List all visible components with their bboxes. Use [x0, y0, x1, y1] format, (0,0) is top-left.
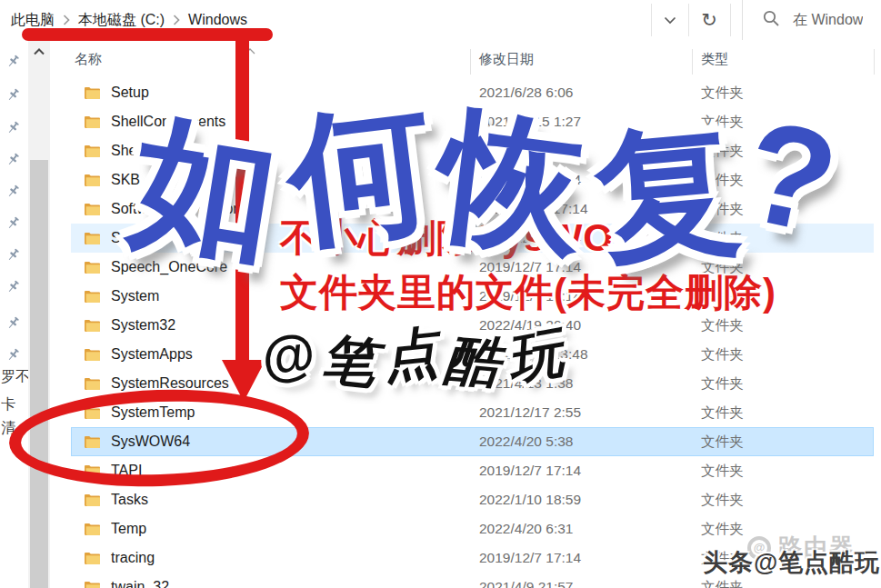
folder-icon [85, 319, 100, 335]
file-type: 文件夹 [701, 345, 744, 364]
folder-icon [85, 261, 100, 277]
pushpin-icon [6, 89, 20, 105]
file-name: twain_32 [111, 579, 169, 588]
folder-icon [85, 174, 100, 190]
column-divider[interactable] [470, 49, 471, 75]
file-name: System [111, 288, 159, 304]
pinned-sidebar-item[interactable] [6, 55, 25, 73]
file-type: 文件夹 [701, 404, 744, 423]
overlay-title-char: 何 [278, 72, 453, 275]
file-date-modified: 2022/4/20 5:38 [479, 434, 573, 450]
pinned-sidebar-item[interactable] [6, 348, 25, 366]
overlay-title-char: 玩 [501, 315, 575, 399]
breadcrumb-local-disk-c[interactable]: 本地磁盘 (C:) [78, 11, 165, 30]
pinned-sidebar-item[interactable] [6, 216, 25, 234]
address-dropdown-button[interactable] [653, 0, 687, 40]
overlay-title: 如何恢复? [136, 80, 845, 266]
file-date-modified: 2022/1/10 18:59 [479, 492, 581, 508]
pushpin-icon [6, 154, 20, 169]
pinned-sidebar-item[interactable] [6, 280, 25, 298]
pushpin-icon [6, 55, 20, 71]
toolbar-divider [651, 4, 652, 36]
column-divider[interactable] [692, 49, 693, 75]
scrollbar-thumb[interactable] [30, 160, 48, 588]
folder-icon [85, 290, 100, 306]
folder-icon [85, 203, 100, 219]
column-divider[interactable] [874, 49, 875, 75]
pinned-sidebar-item[interactable] [6, 121, 25, 139]
file-type: 文件夹 [701, 578, 744, 588]
overlay-title-char: @ [257, 321, 325, 392]
file-type: 文件夹 [701, 433, 744, 452]
pushpin-icon [6, 122, 20, 137]
file-name: SystemApps [111, 346, 193, 363]
toolbar-divider [730, 4, 731, 36]
file-date-modified: 2022/4/20 6:31 [479, 521, 573, 537]
pinned-sidebar-item[interactable] [6, 153, 25, 171]
overlay-title-char: 酷 [442, 323, 510, 402]
chevron-right-icon [173, 15, 180, 25]
scroll-up-button[interactable] [28, 40, 50, 62]
search-input[interactable]: 在 Window [793, 11, 863, 30]
folder-icon [85, 581, 100, 588]
refresh-icon: ↻ [701, 9, 717, 31]
overlay-title-char: 恢 [430, 80, 605, 284]
overlay-title-char: ? [728, 76, 862, 279]
overlay-title-char: 笔 [317, 323, 386, 403]
author-watermark: 头条@笔点酷玩 [703, 546, 880, 579]
file-type: 文件夹 [701, 316, 744, 335]
folder-icon [85, 552, 100, 568]
pinned-sidebar-item[interactable] [6, 316, 25, 334]
magnifier-icon [763, 10, 780, 31]
pinned-sidebar-item[interactable] [6, 248, 25, 266]
pinned-sidebar-item[interactable] [6, 88, 25, 106]
folder-icon [85, 377, 100, 394]
file-type: 文件夹 [701, 374, 744, 394]
file-name: System32 [111, 317, 175, 334]
file-type: 文件夹 [701, 520, 744, 539]
file-type: 文件夹 [701, 491, 744, 510]
file-name: Temp [111, 521, 146, 537]
file-date-modified: 2021/12/17 2:55 [479, 404, 581, 421]
pushpin-icon [6, 217, 20, 233]
folder-icon [85, 493, 100, 510]
file-date-modified: 2021/4/9 21:57 [479, 579, 573, 588]
column-header-type[interactable]: 类型 [701, 51, 728, 68]
file-date-modified: 2019/12/7 17:14 [479, 463, 581, 479]
folder-icon [85, 523, 100, 539]
file-row[interactable]: Tasks 2022/1/10 18:59 文件夹 [71, 485, 874, 514]
pushpin-icon [6, 185, 20, 201]
file-name: tracing [111, 550, 155, 566]
search-box[interactable]: 在 Window [742, 0, 881, 40]
breadcrumb-windows[interactable]: Windows [188, 12, 247, 28]
pushpin-icon [6, 281, 20, 296]
pushpin-icon [6, 317, 20, 333]
file-type: 文件夹 [701, 462, 744, 481]
overlay-title-char: 如 [120, 85, 300, 294]
pushpin-icon [6, 249, 20, 264]
folder-icon [85, 232, 100, 248]
pinned-sidebar-item[interactable] [6, 184, 25, 203]
sidebar-scrollbar[interactable] [28, 40, 50, 588]
column-header-name[interactable]: 名称 [75, 51, 102, 68]
file-name: Tasks [111, 492, 148, 508]
breadcrumb-this-pc[interactable]: 此电脑 [11, 11, 55, 30]
file-date-modified: 2019/12/7 17:14 [479, 550, 581, 566]
overlay-title-char: 复 [588, 94, 756, 293]
chevron-right-icon [63, 15, 70, 25]
pushpin-icon [6, 349, 20, 364]
folder-icon [85, 348, 100, 364]
folder-icon [85, 86, 100, 103]
folder-icon [85, 145, 100, 161]
refresh-button[interactable]: ↻ [689, 0, 729, 40]
chevron-up-icon [34, 43, 45, 59]
column-header-date[interactable]: 修改日期 [479, 51, 534, 68]
folder-icon [85, 115, 100, 132]
overlay-author-handle: @笔点酷玩 [261, 320, 569, 394]
overlay-title-char: 点 [379, 315, 448, 395]
chevron-down-icon [664, 12, 676, 28]
